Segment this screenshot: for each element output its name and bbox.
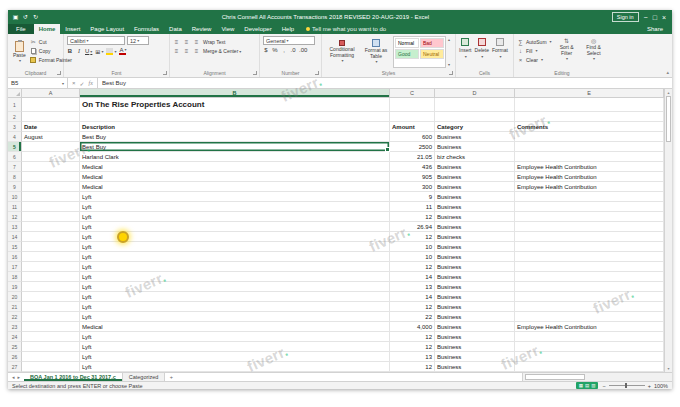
cell-amount[interactable]: 10 <box>390 252 435 262</box>
cell-description[interactable]: Medical <box>80 172 390 182</box>
cell-comment[interactable] <box>515 332 664 342</box>
cell-category[interactable]: Business <box>435 282 515 292</box>
number-format-select[interactable]: General <box>263 36 315 45</box>
font-dialog-launcher[interactable] <box>163 71 167 75</box>
zoom-slider-thumb[interactable] <box>625 383 627 388</box>
wrap-text-button[interactable]: Wrap Text <box>203 39 225 45</box>
ribbon-tab-home[interactable]: Home <box>34 24 61 34</box>
cell-category[interactable]: Business <box>435 252 515 262</box>
ribbon-tab-insert[interactable]: Insert <box>60 24 85 34</box>
format-as-table-button[interactable]: Format as Table <box>361 36 391 68</box>
cell-date[interactable] <box>22 152 80 162</box>
cell-category[interactable]: Business <box>435 322 515 332</box>
column-header-c[interactable]: C <box>390 89 435 97</box>
cell-category[interactable]: Business <box>435 202 515 212</box>
row-number-8[interactable]: 8 <box>8 172 22 182</box>
cell-date[interactable] <box>22 142 80 152</box>
cell-date[interactable] <box>22 332 80 342</box>
cell-category[interactable]: Business <box>435 162 515 172</box>
alignment-dialog-launcher[interactable] <box>253 71 257 75</box>
fill-color-icon[interactable] <box>106 48 116 55</box>
ribbon-tab-view[interactable]: View <box>216 24 239 34</box>
cell-description[interactable]: Lyft <box>80 292 390 302</box>
cell-comment[interactable]: Employee Health Contribution <box>515 172 664 182</box>
cell-comment[interactable] <box>515 262 664 272</box>
font-family-select[interactable]: Calibri <box>67 36 125 45</box>
cell-date[interactable] <box>22 242 80 252</box>
cell-category[interactable]: Business <box>435 312 515 322</box>
cell-amount[interactable]: 10 <box>390 242 435 252</box>
row-number-1[interactable]: 1 <box>8 98 22 112</box>
cell-style-normal[interactable]: Normal <box>395 38 419 48</box>
cell-description[interactable]: Lyft <box>80 212 390 222</box>
cell-comment[interactable] <box>515 202 664 212</box>
cells-format-button[interactable]: Format <box>492 38 508 59</box>
collapse-ribbon-icon[interactable]: ▴ <box>666 69 669 75</box>
sheet-title-cell[interactable]: On The Rise Properties Account <box>80 98 390 112</box>
sort-filter-button[interactable]: ⇅ Sort & Filter <box>555 36 579 63</box>
italic-button[interactable]: I <box>76 48 82 54</box>
cell-description[interactable]: Lyft <box>80 252 390 262</box>
page-break-view-icon[interactable]: ▥ <box>591 383 595 388</box>
cell-description[interactable]: Lyft <box>80 282 390 292</box>
cell-date[interactable] <box>22 302 80 312</box>
header-comments[interactable]: Comments <box>515 122 664 132</box>
vertical-scrollbar-thumb[interactable] <box>666 96 671 142</box>
cell-comment[interactable] <box>515 132 664 142</box>
row-number-5[interactable]: 5 <box>8 142 22 152</box>
cell-category[interactable]: Business <box>435 182 515 192</box>
cell-amount[interactable]: 4,000 <box>390 322 435 332</box>
cell-comment[interactable]: Employee Health Contribution <box>515 322 664 332</box>
align-bottom-icon[interactable]: ≡ <box>193 38 200 45</box>
header-amount[interactable]: Amount <box>390 122 435 132</box>
row-number-12[interactable]: 12 <box>8 212 22 222</box>
column-header-b[interactable]: B <box>80 89 390 97</box>
column-header-a[interactable]: A <box>22 89 80 97</box>
cell-description[interactable]: Lyft <box>80 192 390 202</box>
row-number-11[interactable]: 11 <box>8 202 22 212</box>
row-number-22[interactable]: 22 <box>8 312 22 322</box>
align-right-icon[interactable]: ≡ <box>193 47 200 54</box>
ribbon-tab-help[interactable]: Help <box>277 24 299 34</box>
close-icon[interactable]: × <box>662 14 666 21</box>
zoom-in-icon[interactable]: + <box>648 383 651 389</box>
cell-date[interactable] <box>22 212 80 222</box>
sheet-nav-right-icon[interactable]: ▸ <box>18 374 21 380</box>
cell-comment[interactable] <box>515 232 664 242</box>
cell-amount[interactable]: 12 <box>390 212 435 222</box>
row-number-15[interactable]: 15 <box>8 242 22 252</box>
cell-amount[interactable]: 12 <box>390 362 435 372</box>
header-description[interactable]: Description <box>80 122 390 132</box>
cell-category[interactable]: Business <box>435 272 515 282</box>
clipboard-dialog-launcher[interactable] <box>57 71 61 75</box>
bold-button[interactable]: B <box>67 48 73 54</box>
sheet-tab-categorized[interactable]: Categorized <box>123 373 166 381</box>
cell-date[interactable] <box>22 192 80 202</box>
row-number-3[interactable]: 3 <box>8 122 22 132</box>
cell-date[interactable] <box>22 172 80 182</box>
align-center-icon[interactable]: ≡ <box>183 47 190 54</box>
cell-comment[interactable] <box>515 192 664 202</box>
cell-E[interactable] <box>515 98 664 112</box>
cell-date[interactable] <box>22 272 80 282</box>
merge-center-button[interactable]: Merge & Center <box>203 48 241 54</box>
save-icon[interactable]: ▣ <box>12 13 19 21</box>
undo-icon[interactable]: ↺ <box>22 13 29 21</box>
row-number-4[interactable]: 4 <box>8 132 22 142</box>
cell-date[interactable] <box>22 202 80 212</box>
scroll-down-icon[interactable]: ▾ <box>667 365 669 372</box>
cancel-formula-icon[interactable]: × <box>72 80 76 86</box>
cell-category[interactable]: Business <box>435 292 515 302</box>
cell-E[interactable] <box>515 112 664 122</box>
ribbon-tab-review[interactable]: Review <box>187 24 217 34</box>
number-dialog-launcher[interactable] <box>315 71 319 75</box>
cell-style-bad[interactable]: Bad <box>420 38 444 48</box>
vertical-scrollbar[interactable]: ▴ ▾ <box>664 89 672 372</box>
editing-clear-button[interactable]: ×Clear <box>517 56 552 63</box>
underline-button[interactable]: U <box>85 48 92 54</box>
name-box[interactable]: B5 ▾ <box>8 78 68 88</box>
cell-description[interactable]: Lyft <box>80 302 390 312</box>
horizontal-scrollbar[interactable] <box>522 373 672 381</box>
header-category[interactable]: Category <box>435 122 515 132</box>
cell-amount[interactable]: 12 <box>390 342 435 352</box>
